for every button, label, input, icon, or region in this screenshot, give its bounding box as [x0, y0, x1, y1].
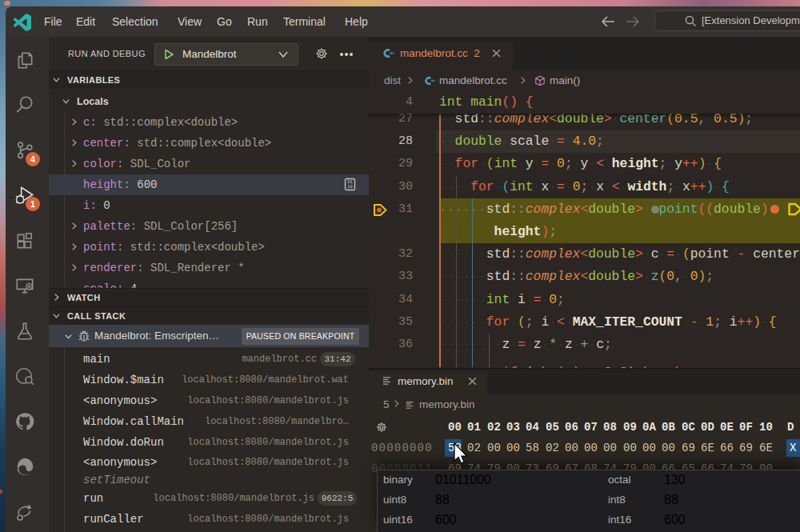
svg-text:10: 10	[347, 185, 352, 190]
